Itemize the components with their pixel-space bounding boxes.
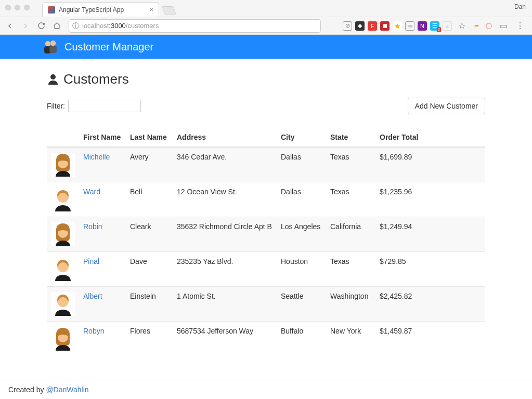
cell-address: 12 Ocean View St. — [173, 182, 277, 217]
customer-link[interactable]: Albert — [83, 292, 102, 300]
url-port: :3000 — [109, 22, 126, 30]
cell-order-total: $729.85 — [375, 252, 485, 287]
bookmark-icon[interactable]: ☆ — [455, 19, 469, 33]
extension-icon[interactable]: ▭ — [497, 19, 510, 33]
col-address[interactable]: Address — [173, 129, 277, 147]
footer-text: Created by — [8, 385, 46, 394]
extension-row: ⊘ ◆ F ◼ ▭ N ☰2 ▲ ☆ ➦ ◯ ▭ ⋮ — [343, 19, 529, 33]
filter-label: Filter: — [47, 102, 65, 110]
cell-first-name: Robyn — [79, 322, 126, 356]
table-row: MichelleAvery346 Cedar Ave.DallasTexas$1… — [47, 147, 485, 182]
cell-city: Seattle — [277, 287, 326, 322]
col-order-total[interactable]: Order Total — [375, 129, 485, 147]
app-logo-icon — [42, 39, 59, 55]
cell-city: Los Angeles — [277, 217, 326, 252]
cell-city: Buffalo — [277, 322, 326, 356]
avatar-cell — [47, 182, 79, 217]
avatar-cell — [47, 147, 79, 182]
address-bar[interactable]: ⓘ localhost:3000/customers — [69, 19, 321, 33]
cell-address: 5687534 Jefferson Way — [173, 322, 277, 356]
col-state[interactable]: State — [326, 129, 375, 147]
tab-title: Angular TypeScript App — [59, 6, 124, 14]
customer-link[interactable]: Pinal — [83, 257, 99, 265]
svg-point-3 — [50, 41, 56, 46]
browser-toolbar: ⓘ localhost:3000/customers ⊘ ◆ F ◼ ▭ N ☰… — [0, 17, 532, 34]
site-info-icon[interactable]: ⓘ — [72, 21, 79, 31]
customer-link[interactable]: Ward — [83, 188, 100, 196]
cell-first-name: Ward — [79, 182, 126, 217]
customer-link[interactable]: Robin — [83, 222, 102, 231]
extension-icon[interactable]: ◼ — [380, 21, 390, 31]
svg-marker-0 — [394, 23, 400, 29]
cell-order-total: $1,235.96 — [375, 182, 485, 217]
home-button[interactable] — [50, 19, 63, 33]
cell-state: Texas — [326, 147, 375, 182]
cell-address: 35632 Richmond Circle Apt B — [173, 217, 277, 252]
cell-last-name: Flores — [126, 322, 173, 356]
extension-icon[interactable]: ▲ — [443, 21, 452, 31]
page-heading-text: Customers — [63, 71, 129, 87]
table-row: AlbertEinstein1 Atomic St.SeattleWashing… — [47, 287, 485, 322]
col-city[interactable]: City — [277, 129, 326, 147]
cell-first-name: Michelle — [79, 147, 126, 182]
reload-button[interactable] — [34, 19, 48, 33]
avatar-female-icon — [51, 327, 75, 351]
cell-last-name: Dave — [126, 252, 173, 287]
extension-icon[interactable] — [393, 21, 402, 31]
avatar-cell — [47, 322, 79, 356]
app-header: Customer Manager — [0, 35, 532, 59]
extension-icon[interactable]: ➦ — [472, 21, 481, 31]
zoom-window-icon[interactable] — [24, 5, 30, 10]
table-row: PinalDave235235 Yaz Blvd.HoustonTexas$72… — [47, 252, 485, 287]
new-tab-button[interactable] — [162, 6, 176, 15]
url-path: /customers — [126, 22, 159, 30]
close-tab-icon[interactable]: × — [149, 6, 153, 14]
browser-tab[interactable]: Angular TypeScript App × — [42, 2, 159, 17]
add-customer-button[interactable]: Add New Customer — [408, 98, 485, 114]
extension-icon[interactable]: ◆ — [355, 21, 365, 31]
main-content: Customers Filter: Add New Customer First… — [0, 59, 532, 356]
footer: Created by @DanWahlin — [0, 380, 532, 399]
avatar-cell — [47, 287, 79, 322]
extension-icon[interactable]: F — [368, 21, 377, 31]
forward-button — [19, 19, 32, 33]
filter-input[interactable] — [68, 100, 141, 112]
cell-order-total: $1,249.94 — [375, 217, 485, 252]
table-row: RobynFlores5687534 Jefferson WayBuffaloN… — [47, 322, 485, 356]
menu-icon[interactable]: ⋮ — [513, 19, 527, 33]
cell-first-name: Pinal — [79, 252, 126, 287]
cell-first-name: Robin — [79, 217, 126, 252]
avatar-female-icon — [51, 153, 75, 177]
customer-link[interactable]: Michelle — [83, 153, 110, 161]
cell-order-total: $1,699.89 — [375, 147, 485, 182]
avatar-male-icon — [51, 188, 75, 211]
cell-last-name: Cleark — [126, 217, 173, 252]
svg-point-5 — [50, 74, 56, 79]
url-host: localhost — [82, 22, 109, 30]
minimize-window-icon[interactable] — [15, 5, 20, 10]
cell-state: Texas — [326, 182, 375, 217]
profile-label[interactable]: Dan — [514, 3, 526, 10]
extension-icon[interactable]: ☰2 — [430, 21, 439, 31]
extension-icon[interactable]: ⊘ — [343, 21, 352, 31]
customer-link[interactable]: Robyn — [83, 327, 104, 335]
cell-state: New York — [326, 322, 375, 356]
cell-address: 1 Atomic St. — [173, 287, 277, 322]
cell-city: Dallas — [277, 182, 326, 217]
table-row: WardBell12 Ocean View St.DallasTexas$1,2… — [47, 182, 485, 217]
table-row: RobinCleark35632 Richmond Circle Apt BLo… — [47, 217, 485, 252]
tab-strip: Angular TypeScript App × Dan — [0, 0, 532, 17]
extension-icon[interactable]: ▭ — [405, 21, 414, 31]
col-first-name[interactable]: First Name — [79, 129, 126, 147]
extension-icon[interactable]: ◯ — [484, 21, 494, 31]
favicon-icon — [48, 6, 55, 14]
cell-last-name: Einstein — [126, 287, 173, 322]
avatar-female-icon — [51, 222, 75, 246]
close-window-icon[interactable] — [5, 5, 11, 10]
window-controls — [0, 0, 35, 10]
extension-icon[interactable]: N — [418, 21, 427, 31]
back-button[interactable] — [3, 19, 17, 33]
col-last-name[interactable]: Last Name — [126, 129, 173, 147]
page-title: Customers — [47, 71, 485, 87]
footer-author-link[interactable]: @DanWahlin — [46, 385, 88, 394]
